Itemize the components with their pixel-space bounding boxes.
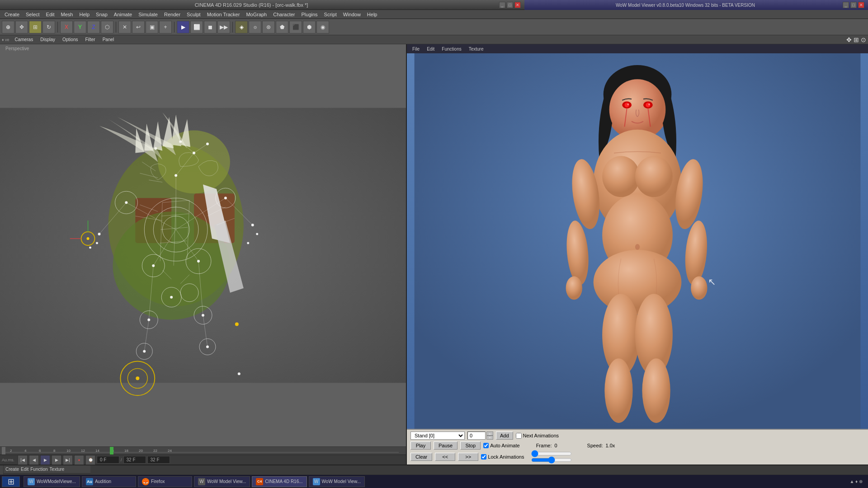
tool-new[interactable]: ↩ — [132, 21, 145, 33]
tool-undo[interactable]: ✕ — [118, 21, 131, 33]
clear-btn[interactable]: Clear — [410, 453, 432, 461]
animation-dropdown[interactable]: Stand [0] — [410, 432, 465, 440]
mat-menu-function[interactable]: Function — [30, 467, 47, 472]
close-btn[interactable]: ✕ — [514, 2, 521, 8]
menu-plugins[interactable]: Plugins — [299, 11, 321, 18]
menu-simulate[interactable]: Simulate — [136, 11, 160, 18]
menu-script[interactable]: Script — [321, 11, 340, 18]
stop-btn[interactable]: Stop — [460, 441, 481, 450]
cameras-menu[interactable]: Cameras — [13, 37, 35, 42]
menu-help2[interactable]: Help — [364, 11, 380, 18]
wow-minimize-btn[interactable]: _ — [843, 2, 849, 8]
svg-point-68 — [170, 296, 173, 299]
wow-menu-edit[interactable]: Edit — [423, 46, 438, 52]
tool-x[interactable]: X — [60, 21, 73, 33]
tool-z[interactable]: Z — [87, 21, 100, 33]
tool-environment[interactable]: ⬟ — [276, 21, 288, 33]
nav-zoom-icon[interactable]: ⊞ — [854, 36, 859, 43]
taskbar-firefox[interactable]: 🦊 Firefox — [138, 476, 192, 487]
wow-maximize-btn[interactable]: □ — [850, 2, 857, 8]
menu-mograph[interactable]: MoGraph — [243, 11, 269, 18]
next-animations-checkbox[interactable] — [516, 433, 522, 439]
wow-viewport[interactable]: ↖ — [407, 53, 868, 429]
wow-menu-file[interactable]: File — [409, 46, 423, 52]
tool-mode-points[interactable]: ⊕ — [2, 21, 14, 33]
mat-menu-edit[interactable]: Edit — [21, 467, 28, 472]
menu-select[interactable]: Select — [23, 11, 42, 18]
wow-menu-functions[interactable]: Functions — [438, 46, 465, 52]
goto-start-btn[interactable]: |◀ — [18, 455, 28, 465]
cinema-window-controls[interactable]: _ □ ✕ — [499, 2, 521, 8]
minimize-btn[interactable]: _ — [499, 2, 505, 8]
tool-render-region[interactable]: ⬜ — [190, 21, 203, 33]
menu-mesh[interactable]: Mesh — [58, 11, 76, 18]
tool-scene[interactable]: ◉ — [316, 21, 329, 33]
menu-sculpt[interactable]: Sculpt — [184, 11, 203, 18]
mat-menu-create[interactable]: Create — [5, 467, 19, 472]
wow-menu-texture[interactable]: Texture — [465, 46, 487, 52]
auto-animate-checkbox[interactable] — [483, 443, 489, 448]
taskbar-cinema4d[interactable]: C4 CINEMA 4D R16... — [252, 476, 307, 487]
play-btn[interactable]: Play — [410, 441, 431, 450]
wow-window-controls[interactable]: _ □ ✕ — [843, 2, 864, 8]
tool-rotate[interactable]: ↻ — [42, 21, 55, 33]
menu-render[interactable]: Render — [161, 11, 183, 18]
display-menu[interactable]: Display — [38, 37, 57, 42]
taskbar-wow-model-viewer2[interactable]: W WoW Model View... — [194, 476, 250, 487]
panel-menu[interactable]: Panel — [101, 37, 116, 42]
svg-text:↖: ↖ — [708, 277, 716, 287]
nav-rotate-icon[interactable]: ⊙ — [861, 36, 866, 43]
step-fwd-btn[interactable]: ▶ — [52, 455, 61, 465]
lock-animations-checkbox[interactable] — [481, 454, 486, 460]
animation-number[interactable] — [467, 432, 486, 440]
step-back-btn[interactable]: ◀ — [29, 455, 39, 465]
maximize-btn[interactable]: □ — [507, 2, 513, 8]
menu-animate[interactable]: Animate — [111, 11, 135, 18]
next-btn[interactable]: >> — [458, 453, 478, 461]
tool-open[interactable]: ▣ — [146, 21, 158, 33]
tool-deform[interactable]: ⊛ — [262, 21, 275, 33]
nav-move-icon[interactable]: ✥ — [846, 36, 852, 43]
tool-render-all[interactable]: ▶▶ — [217, 21, 230, 33]
menu-snap[interactable]: Snap — [93, 11, 110, 18]
play-btn[interactable]: ▶ — [40, 455, 50, 465]
auto-key-btn[interactable]: ⌚ — [85, 455, 95, 465]
tool-object[interactable]: ⬡ — [101, 21, 113, 33]
pause-btn[interactable]: Pause — [434, 441, 458, 450]
tool-render-active[interactable]: ◼ — [204, 21, 217, 33]
svg-point-116 — [635, 244, 640, 250]
tool-move[interactable]: ✥ — [15, 21, 28, 33]
prev-btn[interactable]: << — [435, 453, 455, 461]
menu-help[interactable]: Help — [76, 11, 92, 18]
menu-character[interactable]: Character — [270, 11, 297, 18]
tool-camera[interactable]: ⬛ — [289, 21, 302, 33]
taskbar-wow-model-viewer1[interactable]: W WoWModelViewe... — [24, 476, 80, 487]
taskbar-wow-model-viewer3[interactable]: W WoW Model View... — [309, 476, 365, 487]
tool-y[interactable]: Y — [74, 21, 86, 33]
add-animation-btn[interactable]: Add — [496, 432, 513, 440]
tool-save[interactable]: + — [159, 21, 172, 33]
record-btn[interactable]: ● — [74, 455, 84, 465]
tool-scale[interactable]: ⊞ — [29, 21, 42, 33]
cinema-viewport[interactable]: Perspective — [0, 44, 406, 446]
tool-nurbs[interactable]: ⌾ — [249, 21, 261, 33]
tool-3d[interactable]: ◈ — [235, 21, 248, 33]
number-up[interactable]: ▲ — [486, 432, 493, 436]
svg-point-59 — [224, 197, 227, 199]
wow-close-btn[interactable]: ✕ — [858, 2, 864, 8]
filter-menu[interactable]: Filter — [83, 37, 97, 42]
tool-light[interactable]: ⬢ — [303, 21, 316, 33]
goto-end-btn[interactable]: ▶| — [63, 455, 73, 465]
start-button[interactable]: ⊞ — [2, 476, 20, 487]
speed-slider[interactable] — [531, 457, 572, 463]
menu-create[interactable]: Create — [2, 11, 22, 18]
mat-menu-texture[interactable]: Texture — [50, 467, 65, 472]
number-down[interactable]: ▼ — [486, 436, 493, 440]
menu-motion-tracker[interactable]: Motion Tracker — [204, 11, 243, 18]
menu-window[interactable]: Window — [340, 11, 363, 18]
tool-render[interactable]: ▶ — [177, 21, 189, 33]
menu-edit[interactable]: Edit — [43, 11, 57, 18]
frame-slider[interactable] — [531, 451, 572, 456]
taskbar-audition[interactable]: Au Audition — [82, 476, 136, 487]
options-menu[interactable]: Options — [61, 37, 80, 42]
